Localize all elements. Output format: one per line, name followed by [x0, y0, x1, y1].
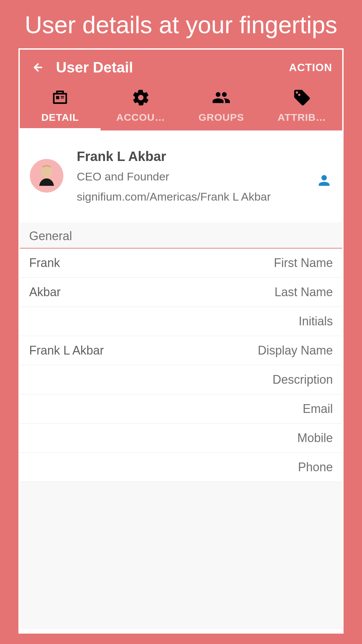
tab-label: ATTRIB…	[275, 112, 329, 123]
device-frame: User Detail ACTION DETAIL ACCOU… GROUPS	[18, 48, 344, 634]
field-value: Frank L Akbar	[29, 343, 104, 358]
field-label: Description	[273, 373, 333, 387]
field-description[interactable]: Description	[20, 365, 342, 394]
profile-info: Frank L Akbar CEO and Founder signifium.…	[77, 149, 303, 204]
arrow-left-icon	[32, 61, 44, 73]
content: Frank L Akbar CEO and Founder signifium.…	[20, 130, 342, 629]
field-label: Phone	[298, 460, 333, 474]
field-email[interactable]: Email	[20, 394, 342, 424]
field-initials[interactable]: Initials	[20, 307, 342, 336]
hero-title: User details at your fingertips	[0, 0, 362, 48]
field-phone[interactable]: Phone	[20, 453, 342, 482]
field-value: Akbar	[29, 285, 61, 299]
profile-title: CEO and Founder	[77, 170, 303, 183]
profile-name: Frank L Akbar	[77, 149, 303, 164]
action-button[interactable]: ACTION	[289, 61, 332, 74]
back-button[interactable]	[30, 59, 46, 75]
profile-path: signifium.com/Americas/Frank L Akbar	[77, 189, 303, 204]
field-first-name[interactable]: Frank First Name	[20, 249, 342, 278]
tags-icon	[293, 88, 311, 107]
person-icon[interactable]	[316, 172, 332, 189]
section-header-general: General	[20, 222, 342, 249]
tab-detail[interactable]: DETAIL	[20, 84, 101, 130]
tab-attributes[interactable]: ATTRIB…	[262, 84, 343, 130]
field-display-name[interactable]: Frank L Akbar Display Name	[20, 336, 342, 365]
groups-icon	[212, 88, 231, 107]
field-last-name[interactable]: Akbar Last Name	[20, 278, 342, 307]
app-header: User Detail ACTION	[20, 50, 342, 84]
tab-account[interactable]: ACCOU…	[101, 84, 181, 130]
field-value: Frank	[29, 256, 60, 270]
field-label: Display Name	[258, 343, 333, 358]
profile-card: Frank L Akbar CEO and Founder signifium.…	[20, 130, 342, 222]
gear-sync-icon	[131, 88, 150, 107]
tabs: DETAIL ACCOU… GROUPS ATTRIB…	[20, 84, 342, 130]
tab-label: DETAIL	[39, 112, 81, 123]
avatar	[30, 159, 63, 193]
field-label: First Name	[274, 256, 333, 270]
tab-groups[interactable]: GROUPS	[181, 84, 262, 130]
badge-icon	[51, 88, 69, 107]
field-label: Initials	[299, 314, 333, 328]
tab-label: GROUPS	[196, 112, 247, 123]
tab-label: ACCOU…	[114, 112, 168, 123]
field-label: Last Name	[275, 285, 333, 299]
page-title: User Detail	[56, 59, 279, 76]
field-mobile[interactable]: Mobile	[20, 424, 342, 453]
field-label: Email	[303, 402, 333, 416]
field-label: Mobile	[297, 431, 333, 445]
